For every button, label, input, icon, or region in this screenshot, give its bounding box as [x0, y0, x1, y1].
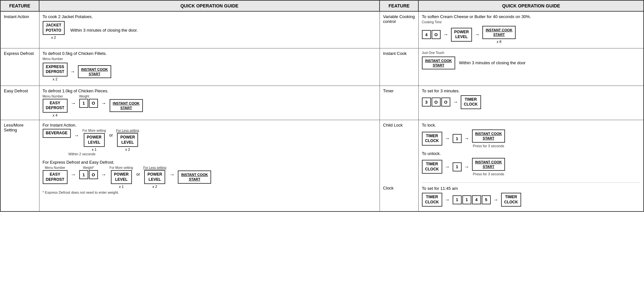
op-instant-cook: Just One Touch INSTANT COOKSTART Within …	[418, 48, 644, 86]
feature-easy-defrost: Easy Defrost	[0, 86, 39, 120]
feature-instant-action: Instant Action	[0, 11, 39, 48]
feature-express-defrost: Express Defrost	[0, 48, 39, 86]
feature-less-more: Less/More Setting	[0, 120, 39, 211]
feature-instant-cook: Instant Cook	[380, 48, 418, 86]
feature-timer: Timer	[380, 86, 418, 120]
table-row: Easy Defrost To defrost 1.0kg of Chicken…	[0, 86, 644, 120]
table-row: Instant Action To cook 2 Jacket Potatoes…	[0, 11, 644, 48]
op-variable-cooking: To soften Cream Cheese or Butter for 40 …	[418, 11, 644, 48]
op-timer: To set for 3 minutes. 3 O O → TIMERCLOCK	[418, 86, 644, 120]
header-feature-left: FEATURE	[0, 0, 39, 11]
op-express-defrost: To defrost 0.5kg of Chicken Fillets. Men…	[39, 48, 380, 86]
op-easy-defrost: To defrost 1.0kg of Chicken Pieces. Menu…	[39, 86, 380, 120]
table-row: Less/More Setting For Instant Action. BE…	[0, 120, 644, 211]
feature-child-lock-clock: Child Lock Clock	[380, 120, 418, 211]
op-child-lock-clock: To lock. TIMERCLOCK → 1 → INSTANT COOKST…	[418, 120, 644, 211]
quick-operation-guide-table: FEATURE QUICK OPERATION GUIDE FEATURE QU…	[0, 0, 644, 212]
header-guide-right: QUICK OPERATION GUIDE	[418, 0, 644, 11]
feature-variable-cooking: Variable Cooking control	[380, 11, 418, 48]
op-less-more: For Instant Action. BEVERAGE → For More …	[39, 120, 380, 211]
op-instant-action: To cook 2 Jacket Potatoes. JACKETPOTATO …	[39, 11, 380, 48]
header-feature-right: FEATURE	[380, 0, 418, 11]
header-guide-left: QUICK OPERATION GUIDE	[39, 0, 380, 11]
table-row: Express Defrost To defrost 0.5kg of Chic…	[0, 48, 644, 86]
